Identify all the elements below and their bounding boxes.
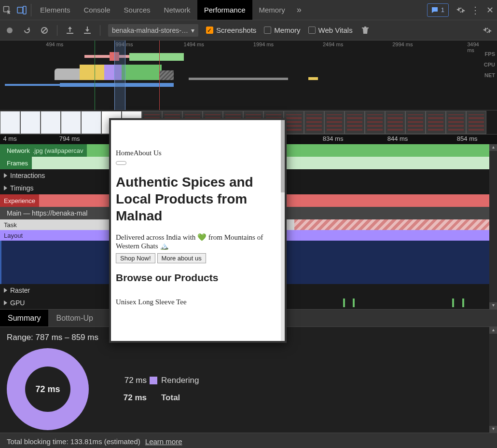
filmstrip-frame[interactable] (61, 111, 81, 134)
filmstrip-frame[interactable] (466, 111, 486, 134)
filmstrip-frame[interactable] (304, 111, 324, 134)
details-scrollbar[interactable]: ▴ ▾ (489, 327, 497, 433)
flamechart-scrollbar[interactable]: ▴ ▾ (489, 144, 497, 309)
filmstrip-frame[interactable] (446, 111, 466, 134)
svg-rect-5 (67, 33, 73, 34)
tab-memory[interactable]: Memory (252, 0, 292, 20)
filmstrip-frame[interactable] (365, 111, 385, 134)
preview-toggle (116, 161, 126, 165)
preview-shop-button: Shop Now! (116, 253, 155, 263)
performance-toolbar: benaka-malnad-stores-… ▾ Screenshots Mem… (0, 20, 497, 41)
recording-name: benaka-malnad-stores-… (112, 27, 188, 34)
tab-network[interactable]: Network (157, 0, 197, 20)
filmstrip-frame[interactable] (405, 111, 426, 134)
inspect-icon[interactable] (0, 0, 14, 20)
svg-rect-1 (17, 7, 23, 13)
capture-settings-icon[interactable] (483, 26, 492, 35)
save-profile-icon[interactable] (83, 26, 92, 35)
overview-selection[interactable] (114, 41, 125, 110)
reload-record-icon[interactable] (22, 26, 32, 35)
settings-icon[interactable] (454, 0, 468, 20)
memory-checkbox[interactable]: Memory (264, 26, 300, 34)
svg-point-3 (7, 27, 13, 33)
preview-about-button: More about us (157, 253, 206, 263)
tab-console[interactable]: Console (77, 0, 117, 20)
chevron-down-icon: ▾ (191, 27, 194, 34)
filmstrip-frame[interactable] (324, 111, 345, 134)
load-profile-icon[interactable] (65, 26, 75, 35)
filmstrip-frame[interactable] (385, 111, 405, 134)
screenshot-preview: HomeAbout Us Authentic Spices and Local … (109, 118, 287, 343)
issues-count: 1 (441, 6, 444, 14)
tab-bottom-up[interactable]: Bottom-Up (48, 310, 100, 326)
screenshots-checkbox[interactable]: Screenshots (206, 26, 256, 34)
filmstrip-frame[interactable] (81, 111, 101, 134)
close-devtools-icon[interactable]: ✕ (483, 0, 497, 20)
tab-sources[interactable]: Sources (117, 0, 157, 20)
summary-legend: 72 ms Rendering 72 ms Total (118, 376, 214, 403)
overview-timeline[interactable]: 494 ms 994 ms 1494 ms 1994 ms 2494 ms 29… (0, 41, 497, 110)
more-tabs-icon[interactable]: » (292, 0, 306, 20)
svg-rect-2 (23, 6, 26, 14)
webvitals-checkbox[interactable]: Web Vitals (308, 26, 353, 34)
preview-scrollbar (281, 120, 285, 341)
donut-chart: 72 ms (7, 348, 89, 430)
filmstrip-frame[interactable] (284, 111, 304, 134)
devtools-tabbar: Elements Console Sources Network Perform… (0, 0, 497, 20)
filmstrip-frame[interactable] (20, 111, 41, 134)
filmstrip-frame[interactable] (0, 111, 20, 134)
issues-badge[interactable]: 1 (427, 3, 449, 17)
recording-select[interactable]: benaka-malnad-stores-… ▾ (108, 24, 198, 37)
status-footer: Total blocking time: 133.81ms (estimated… (0, 433, 497, 448)
filmstrip-frame[interactable] (345, 111, 365, 134)
garbage-collect-icon[interactable] (360, 26, 370, 35)
learn-more-link[interactable]: Learn more (145, 437, 182, 446)
record-icon[interactable] (5, 26, 14, 35)
device-toggle-icon[interactable] (14, 0, 29, 20)
tab-performance[interactable]: Performance (197, 0, 252, 20)
kebab-menu-icon[interactable]: ⋮ (468, 0, 483, 20)
filmstrip-frame[interactable] (41, 111, 61, 134)
panel-tabs: Elements Console Sources Network Perform… (33, 0, 425, 20)
filmstrip-frame[interactable] (426, 111, 446, 134)
svg-rect-6 (84, 33, 91, 34)
tab-elements[interactable]: Elements (33, 0, 77, 20)
tab-summary[interactable]: Summary (0, 310, 48, 326)
clear-icon[interactable] (40, 26, 49, 35)
